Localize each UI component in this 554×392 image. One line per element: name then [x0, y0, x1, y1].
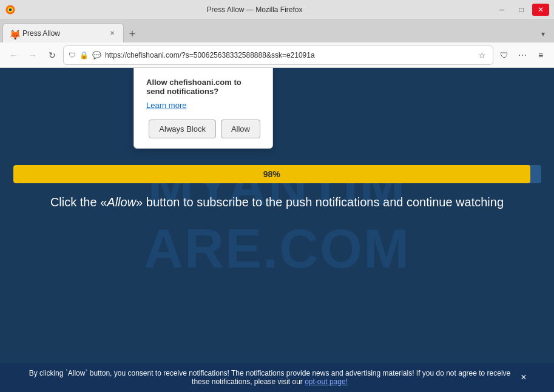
title-bar-left: [5, 4, 16, 15]
svg-point-2: [9, 8, 12, 11]
nav-right-icons: 🛡 ⋯ ≡: [496, 47, 549, 64]
allow-button[interactable]: Allow: [221, 120, 260, 138]
back-button[interactable]: ←: [5, 47, 22, 64]
url-text: https://chefishoani.com/?s=5006256383325…: [105, 51, 472, 59]
always-block-button[interactable]: Always Block: [149, 120, 216, 138]
tab-title: Press Allow: [22, 29, 103, 38]
firefox-icon: [5, 4, 16, 15]
web-content: Allow chefishoani.com to send notificati…: [0, 68, 554, 392]
new-tab-button[interactable]: +: [124, 25, 141, 42]
subscribe-allow: Allow: [107, 195, 136, 209]
title-bar: Press Allow — Mozilla Firefox ─ □ ✕: [0, 0, 554, 19]
shield-icon: 🛡: [69, 51, 76, 59]
opt-out-link[interactable]: opt-out page!: [305, 377, 348, 386]
tab-favicon: 🦊: [9, 29, 18, 38]
notifications-icon: 💬: [92, 51, 101, 59]
popup-buttons: Always Block Allow: [146, 120, 260, 138]
minimize-button[interactable]: ─: [493, 4, 510, 16]
address-bar[interactable]: 🛡 🔒 💬 https://chefishoani.com/?s=5006256…: [63, 46, 493, 65]
notification-popup: Allow chefishoani.com to send notificati…: [133, 68, 273, 149]
bookmark-button[interactable]: ☆: [476, 49, 488, 61]
navigation-bar: ← → ↻ 🛡 🔒 💬 https://chefishoani.com/?s=5…: [0, 42, 554, 68]
banner-text: By clicking `Allow` button, you consent …: [24, 369, 515, 386]
page-content: 98% Click the «Allow» button to subscrib…: [0, 68, 554, 209]
tab-bar: 🦊 Press Allow ✕ + ▾: [0, 19, 554, 42]
reload-button[interactable]: ↻: [44, 47, 61, 64]
browser-window: Press Allow — Mozilla Firefox ─ □ ✕ 🦊 Pr…: [0, 0, 554, 392]
learn-more-link[interactable]: Learn more: [146, 101, 260, 110]
popup-title: Allow chefishoani.com to send notificati…: [146, 78, 260, 96]
tab-list-button[interactable]: ▾: [535, 25, 552, 42]
browser-title: Press Allow — Mozilla Firefox: [16, 5, 493, 14]
close-button[interactable]: ✕: [532, 4, 549, 16]
active-tab[interactable]: 🦊 Press Allow ✕: [2, 23, 124, 42]
extensions-button[interactable]: ⋯: [514, 47, 531, 64]
forward-button[interactable]: →: [24, 47, 41, 64]
banner-text-before: By clicking `Allow` button, you consent …: [29, 369, 511, 386]
progress-text: 98%: [263, 169, 280, 179]
subscribe-before: Click the «: [50, 195, 107, 209]
subscribe-after: » button to subscribe to the push notifi…: [136, 195, 504, 209]
progress-bar-container: 98%: [13, 165, 541, 183]
container-icon[interactable]: 🛡: [496, 47, 513, 64]
consent-banner: By clicking `Allow` button, you consent …: [0, 363, 554, 392]
restore-button[interactable]: □: [513, 4, 530, 16]
banner-close-button[interactable]: ×: [518, 371, 530, 384]
progress-bar-fill: 98%: [13, 165, 531, 183]
title-controls: ─ □ ✕: [493, 4, 549, 16]
subscribe-text: Click the «Allow» button to subscribe to…: [50, 195, 504, 209]
lock-icon: 🔒: [79, 51, 89, 59]
menu-button[interactable]: ≡: [532, 47, 549, 64]
tab-close-button[interactable]: ✕: [107, 29, 117, 38]
